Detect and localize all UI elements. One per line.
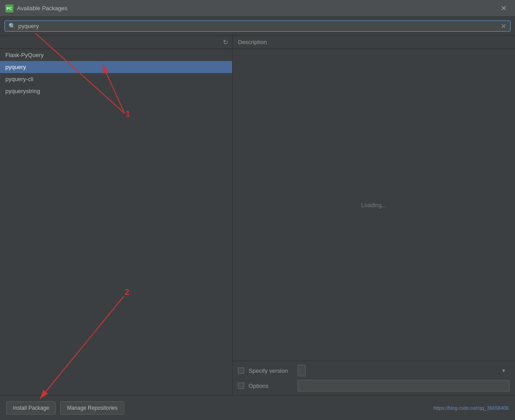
footer-url: https://blog.csdn.net/qq_36658406 <box>433 405 509 411</box>
footer: Install Package Manage Repositories http… <box>0 395 515 420</box>
left-panel: ↻ Flask-PyQuery pyquery pyquery-cli pyqu… <box>0 36 233 395</box>
specify-version-label: Specify version <box>249 367 293 374</box>
body-area: ↻ Flask-PyQuery pyquery pyquery-cli pyqu… <box>0 36 515 395</box>
package-list: Flask-PyQuery pyquery pyquery-cli pyquer… <box>0 49 232 395</box>
options-row: Options <box>238 380 510 391</box>
version-dropdown-wrapper: ▼ <box>298 365 510 376</box>
search-input[interactable] <box>18 23 498 29</box>
bottom-options: Specify version ▼ Options <box>233 361 515 395</box>
right-panel: Description Loading... Specify version ▼ <box>233 36 515 395</box>
manage-repositories-button[interactable]: Manage Repositories <box>60 401 124 415</box>
main-container: 🔍 ✕ ↻ Flask-PyQuery pyquery pyquery-cli … <box>0 17 515 420</box>
options-label: Options <box>249 383 293 389</box>
search-icon: 🔍 <box>8 23 16 29</box>
specify-version-row: Specify version ▼ <box>238 365 510 376</box>
footer-left: Install Package Manage Repositories <box>6 401 124 415</box>
close-button[interactable]: ✕ <box>497 2 510 15</box>
list-item[interactable]: pyquerystring <box>0 85 232 97</box>
list-item[interactable]: pyquery <box>0 61 232 73</box>
list-item[interactable]: Flask-PyQuery <box>0 49 232 61</box>
search-bar: 🔍 ✕ <box>0 17 515 36</box>
package-list-header: ↻ <box>0 36 232 49</box>
refresh-icon[interactable]: ↻ <box>223 38 229 46</box>
options-checkbox[interactable] <box>238 383 244 389</box>
search-clear-icon[interactable]: ✕ <box>501 23 507 29</box>
search-wrapper: 🔍 ✕ <box>4 20 511 32</box>
app-icon: PC <box>5 4 13 12</box>
description-header: Description <box>233 36 515 49</box>
window-title: Available Packages <box>17 5 67 12</box>
title-bar-left: PC Available Packages <box>5 4 67 12</box>
specify-version-checkbox[interactable] <box>238 367 244 374</box>
title-bar: PC Available Packages ✕ <box>0 0 515 17</box>
description-loading: Loading... <box>233 49 515 361</box>
options-text-input[interactable] <box>298 380 510 391</box>
version-dropdown[interactable] <box>298 365 306 376</box>
dropdown-arrow-icon: ▼ <box>501 368 506 373</box>
list-item[interactable]: pyquery-cli <box>0 73 232 85</box>
install-package-button[interactable]: Install Package <box>6 401 56 415</box>
